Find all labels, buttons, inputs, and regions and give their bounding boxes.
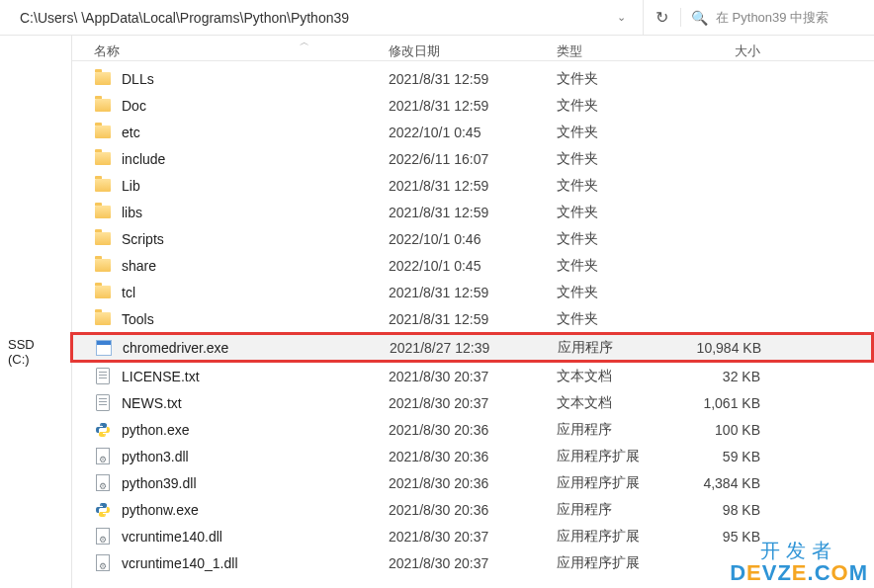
search-placeholder: 在 Python39 中搜索 — [716, 9, 829, 27]
file-row[interactable]: include2022/6/11 16:07文件夹 — [72, 145, 874, 172]
file-name: chromedriver.exe — [123, 340, 228, 356]
file-type: 文件夹 — [549, 70, 687, 88]
folder-icon — [94, 257, 112, 275]
folder-icon — [94, 204, 112, 221]
file-type: 文件夹 — [549, 177, 687, 195]
file-row[interactable]: share2022/10/1 0:45文件夹 — [72, 252, 874, 279]
file-date: 2021/8/31 12:59 — [381, 178, 549, 194]
file-row[interactable]: python39.dll2021/8/30 20:36应用程序扩展4,384 K… — [72, 469, 874, 496]
file-name: vcruntime140_1.dll — [122, 555, 238, 571]
file-date: 2021/8/30 20:36 — [381, 449, 549, 464]
file-name: Tools — [122, 311, 154, 327]
dll-file-icon — [94, 474, 112, 492]
file-name: tcl — [122, 285, 135, 300]
python-icon — [94, 501, 112, 519]
file-name: LICENSE.txt — [122, 369, 200, 384]
file-name: share — [122, 258, 156, 274]
file-date: 2021/8/30 20:37 — [381, 395, 549, 411]
file-row[interactable]: DLLs2021/8/31 12:59文件夹 — [72, 65, 874, 92]
file-name: Lib — [122, 178, 140, 194]
col-date[interactable]: 修改日期 — [381, 42, 549, 60]
file-type: 应用程序扩展 — [549, 554, 687, 572]
sidebar-item-ssd[interactable]: SSD (C:) — [0, 333, 65, 371]
file-type: 应用程序 — [550, 339, 688, 357]
file-row[interactable]: Scripts2022/10/1 0:46文件夹 — [72, 225, 874, 252]
dll-file-icon — [94, 554, 112, 572]
file-row[interactable]: Tools2021/8/31 12:59文件夹 — [72, 305, 874, 332]
file-date: 2021/8/31 12:59 — [381, 98, 549, 114]
sort-indicator-icon: ︿ — [300, 36, 309, 49]
address-path[interactable]: C:\Users\ \AppData\Local\Programs\Python… — [0, 0, 644, 35]
file-row[interactable]: Doc2021/8/31 12:59文件夹 — [72, 92, 874, 119]
text-file-icon — [94, 368, 112, 385]
search-icon: 🔍 — [691, 10, 708, 26]
file-date: 2021/8/30 20:37 — [381, 555, 549, 571]
nav-sidebar: SSD (C:) — [0, 36, 72, 588]
file-row[interactable]: tcl2021/8/31 12:59文件夹 — [72, 279, 874, 305]
file-row[interactable]: python3.dll2021/8/30 20:36应用程序扩展59 KB — [72, 443, 874, 469]
file-name: NEWS.txt — [122, 395, 182, 411]
text-file-icon — [94, 394, 112, 412]
file-name: include — [122, 151, 165, 167]
file-row[interactable]: python.exe2021/8/30 20:36应用程序100 KB — [72, 416, 874, 443]
file-row[interactable]: vcruntime140_1.dll2021/8/30 20:37应用程序扩展 — [72, 549, 874, 576]
file-type: 应用程序扩展 — [549, 448, 687, 465]
file-date: 2021/8/30 20:36 — [381, 475, 549, 491]
file-type: 文件夹 — [549, 310, 687, 328]
folder-icon — [94, 97, 112, 115]
file-name: Scripts — [122, 231, 164, 247]
file-type: 文本文档 — [549, 394, 687, 412]
file-type: 文件夹 — [549, 204, 687, 221]
address-dropdown-icon[interactable]: ⌄ — [609, 11, 633, 24]
file-row[interactable]: vcruntime140.dll2021/8/30 20:37应用程序扩展95 … — [72, 523, 874, 549]
folder-icon — [94, 150, 112, 168]
folder-icon — [94, 230, 112, 248]
file-name: vcruntime140.dll — [122, 529, 222, 545]
file-row[interactable]: libs2021/8/31 12:59文件夹 — [72, 199, 874, 225]
file-row[interactable]: LICENSE.txt2021/8/30 20:37文本文档32 KB — [72, 363, 874, 389]
address-bar: C:\Users\ \AppData\Local\Programs\Python… — [0, 0, 874, 36]
file-row[interactable]: Lib2021/8/31 12:59文件夹 — [72, 172, 874, 199]
folder-icon — [94, 177, 112, 195]
refresh-button[interactable]: ↻ — [644, 8, 681, 27]
application-icon — [95, 339, 113, 357]
file-type: 文件夹 — [549, 124, 687, 141]
file-type: 应用程序 — [549, 501, 687, 519]
file-date: 2022/6/11 16:07 — [381, 151, 549, 167]
file-type: 文件夹 — [549, 284, 687, 301]
column-headers: 名称 修改日期 类型 大小 — [72, 36, 874, 61]
file-row[interactable]: pythonw.exe2021/8/30 20:36应用程序98 KB — [72, 496, 874, 523]
file-date: 2021/8/30 20:36 — [381, 502, 549, 518]
file-type: 应用程序扩展 — [549, 474, 687, 492]
search-box[interactable]: 🔍 在 Python39 中搜索 — [681, 9, 874, 27]
file-type: 文件夹 — [549, 150, 687, 168]
file-type: 应用程序 — [549, 421, 687, 439]
file-date: 2021/8/30 20:36 — [381, 422, 549, 438]
file-type: 文件夹 — [549, 230, 687, 248]
file-size: 98 KB — [687, 502, 776, 518]
file-date: 2021/8/31 12:59 — [381, 205, 549, 220]
address-path-text: C:\Users\ \AppData\Local\Programs\Python… — [20, 10, 349, 26]
file-size: 100 KB — [687, 422, 776, 438]
file-name: python.exe — [122, 422, 190, 438]
file-row[interactable]: etc2022/10/1 0:45文件夹 — [72, 119, 874, 145]
file-date: 2021/8/30 20:37 — [381, 529, 549, 545]
file-size: 59 KB — [687, 449, 776, 464]
file-row[interactable]: NEWS.txt2021/8/30 20:37文本文档1,061 KB — [72, 389, 874, 416]
file-size: 95 KB — [687, 529, 776, 545]
file-size: 4,384 KB — [687, 475, 776, 491]
file-date: 2022/10/1 0:45 — [381, 125, 549, 140]
file-type: 文本文档 — [549, 368, 687, 385]
col-name[interactable]: 名称 — [72, 42, 381, 60]
file-size: 32 KB — [687, 369, 776, 384]
file-date: 2021/8/31 12:59 — [381, 71, 549, 87]
file-date: 2022/10/1 0:45 — [381, 258, 549, 274]
col-size[interactable]: 大小 — [687, 42, 776, 60]
folder-icon — [94, 70, 112, 88]
file-row[interactable]: chromedriver.exe2021/8/27 12:39应用程序10,98… — [70, 332, 874, 363]
file-size: 1,061 KB — [687, 395, 776, 411]
file-type: 文件夹 — [549, 257, 687, 275]
file-type: 应用程序扩展 — [549, 528, 687, 546]
file-date: 2021/8/31 12:59 — [381, 285, 549, 300]
col-type[interactable]: 类型 — [549, 42, 687, 60]
